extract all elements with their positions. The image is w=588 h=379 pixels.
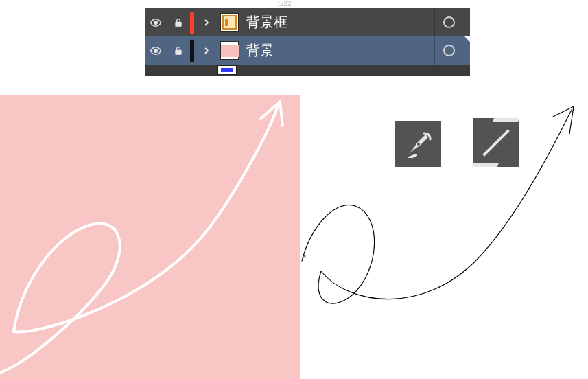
lock-icon: [174, 17, 183, 28]
lock-icon: [174, 45, 183, 56]
disclosure-toggle[interactable]: [196, 8, 216, 36]
anchor-point-marker: ×: [303, 253, 307, 260]
line-fragment-icon: [493, 118, 519, 122]
page-counter: 5/22: [278, 0, 291, 8]
line-tool-button[interactable]: [473, 118, 519, 167]
disclosure-toggle[interactable]: [196, 36, 216, 65]
pen-nib-icon: [405, 130, 432, 158]
selection-indicator: [464, 36, 470, 42]
layers-panel: 背景框 背景: [145, 8, 470, 76]
layer-color-chip[interactable]: [189, 36, 196, 65]
layer-name[interactable]: 背景: [242, 41, 434, 60]
svg-line-5: [484, 131, 508, 154]
eye-icon: [150, 45, 162, 57]
layer-thumbnail[interactable]: [216, 8, 242, 36]
layer-color-chip[interactable]: [189, 8, 196, 36]
line-icon: [480, 127, 512, 159]
white-swirl-arrow: [0, 95, 300, 379]
svg-rect-3: [175, 50, 180, 54]
lock-toggle[interactable]: [167, 36, 189, 65]
layer-name[interactable]: 背景框: [242, 13, 434, 32]
black-swirl-arrow: [301, 96, 582, 350]
layer-target[interactable]: [434, 8, 470, 36]
layer-row[interactable]: 背景框: [145, 8, 470, 36]
chevron-right-icon: [203, 19, 210, 26]
svg-rect-1: [175, 22, 180, 26]
pen-tool-button[interactable]: [395, 121, 441, 167]
layer-row[interactable]: 背景: [145, 36, 470, 65]
lock-toggle[interactable]: [167, 8, 189, 36]
svg-point-0: [154, 21, 158, 24]
line-fragment-icon: [472, 163, 499, 167]
svg-point-4: [417, 143, 420, 146]
chevron-right-icon: [203, 47, 210, 54]
layer-thumbnail[interactable]: [216, 36, 242, 65]
visibility-toggle[interactable]: [145, 36, 167, 65]
target-ring-icon: [443, 16, 455, 28]
svg-point-2: [154, 49, 158, 52]
sublayer-thumbnail[interactable]: [217, 65, 237, 75]
canvas-preview-pink: [0, 95, 300, 379]
eye-icon: [150, 16, 162, 29]
target-ring-icon: [443, 45, 455, 56]
visibility-toggle[interactable]: [145, 8, 167, 36]
layers-panel-footer: [145, 65, 470, 76]
